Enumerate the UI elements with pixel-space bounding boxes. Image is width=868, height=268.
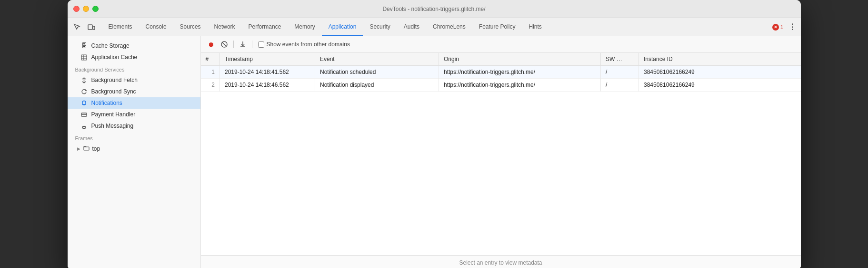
content-area: ⏺ [201, 36, 801, 268]
tab-hints[interactable]: Hints [522, 18, 549, 36]
cell-num: 1 [201, 66, 220, 79]
toolbar: ⏺ [201, 36, 801, 53]
svg-line-13 [222, 42, 226, 47]
cell-sw: / [601, 66, 639, 79]
table-row[interactable]: 22019-10-24 14:18:46.562Notification dis… [201, 79, 801, 92]
sidebar: 🗄 Cache Storage Application Cache [68, 36, 201, 268]
error-dot: ✕ [772, 24, 779, 31]
close-button[interactable] [73, 6, 80, 12]
sidebar-item-frames-top[interactable]: ▶ top [68, 143, 200, 155]
device-toggle-button[interactable] [85, 21, 98, 34]
background-services-header: Background Services [68, 63, 200, 74]
table-row[interactable]: 12019-10-24 14:18:41.562Notification sch… [201, 66, 801, 79]
tab-memory[interactable]: Memory [288, 18, 321, 36]
sidebar-item-background-sync[interactable]: Background Sync [68, 86, 200, 97]
tab-bar: Elements Console Sources Network Perform… [68, 18, 801, 36]
push-messaging-icon [81, 123, 88, 129]
cell-origin: https://notification-triggers.glitch.me/ [439, 66, 601, 79]
devtools-container: Elements Console Sources Network Perform… [68, 18, 801, 268]
application-cache-icon [81, 54, 88, 61]
tab-audits[interactable]: Audits [397, 18, 426, 36]
toolbar-separator-1 [233, 41, 234, 48]
tab-network[interactable]: Network [208, 18, 242, 36]
sidebar-item-background-fetch[interactable]: Background Fetch [68, 74, 200, 86]
maximize-button[interactable] [92, 6, 99, 12]
cell-instance: 3845081062166249 [639, 79, 801, 92]
frames-folder-icon [83, 145, 90, 152]
svg-rect-11 [84, 147, 89, 150]
tab-chromelens[interactable]: ChromeLens [426, 18, 472, 36]
notifications-icon [81, 100, 88, 106]
sidebar-item-cache-storage[interactable]: 🗄 Cache Storage [68, 40, 200, 52]
sidebar-item-push-messaging[interactable]: Push Messaging [68, 120, 200, 132]
col-header-origin: Origin [439, 53, 601, 66]
svg-rect-1 [93, 26, 95, 30]
status-bar: Select an entry to view metadata [201, 255, 801, 268]
background-sync-icon [81, 88, 88, 95]
traffic-lights [73, 6, 99, 12]
toolbar-separator-2 [252, 41, 252, 48]
col-header-instance: Instance ID [639, 53, 801, 66]
tab-elements[interactable]: Elements [102, 18, 139, 36]
show-events-label[interactable]: Show events from other domains [267, 41, 350, 48]
sidebar-item-application-cache[interactable]: Application Cache [68, 52, 200, 63]
tab-sources[interactable]: Sources [173, 18, 208, 36]
devtools-window: DevTools - notification-triggers.glitch.… [68, 0, 801, 268]
sidebar-item-notifications[interactable]: Notifications [68, 97, 200, 109]
cell-sw: / [601, 79, 639, 92]
frames-arrow-icon: ▶ [77, 146, 80, 151]
record-button[interactable]: ⏺ [206, 39, 216, 50]
show-events-checkbox-area: Show events from other domains [258, 41, 350, 48]
error-badge[interactable]: ✕ 1 [772, 24, 784, 31]
title-bar: DevTools - notification-triggers.glitch.… [68, 0, 801, 18]
tab-performance[interactable]: Performance [242, 18, 288, 36]
tab-security[interactable]: Security [363, 18, 397, 36]
window-title: DevTools - notification-triggers.glitch.… [382, 6, 485, 12]
table-header-row: # Timestamp Event Origin SW … Instance I… [201, 53, 801, 66]
notifications-table: # Timestamp Event Origin SW … Instance I… [201, 53, 801, 92]
cell-origin: https://notification-triggers.glitch.me/ [439, 79, 601, 92]
tab-console[interactable]: Console [139, 18, 173, 36]
col-header-timestamp: Timestamp [220, 53, 315, 66]
tab-application[interactable]: Application [322, 18, 363, 36]
cell-event: Notification scheduled [315, 66, 439, 79]
download-button[interactable] [238, 39, 248, 50]
cell-instance: 3845081062166249 [639, 66, 801, 79]
inspect-icon-button[interactable] [70, 21, 84, 34]
tab-bar-icons [70, 21, 98, 34]
minimize-button[interactable] [83, 6, 89, 12]
cache-storage-icon: 🗄 [81, 42, 88, 49]
cell-event: Notification displayed [315, 79, 439, 92]
more-options-button[interactable]: ⋮ [787, 21, 798, 33]
col-header-num: # [201, 53, 220, 66]
sidebar-item-payment-handler[interactable]: Payment Handler [68, 109, 200, 120]
block-button[interactable] [219, 39, 229, 50]
tab-feature-policy[interactable]: Feature Policy [472, 18, 522, 36]
status-text: Select an entry to view metadata [459, 259, 542, 266]
svg-rect-2 [81, 55, 87, 60]
cell-timestamp: 2019-10-24 14:18:46.562 [220, 79, 315, 92]
table-container: # Timestamp Event Origin SW … Instance I… [201, 53, 801, 255]
cell-timestamp: 2019-10-24 14:18:41.562 [220, 66, 315, 79]
svg-rect-0 [88, 25, 92, 30]
show-events-checkbox[interactable] [258, 41, 264, 48]
tab-bar-right: ✕ 1 ⋮ [772, 21, 798, 33]
col-header-event: Event [315, 53, 439, 66]
payment-handler-icon [81, 111, 88, 118]
main-area: 🗄 Cache Storage Application Cache [68, 36, 801, 268]
col-header-sw: SW … [601, 53, 639, 66]
frames-header: Frames [68, 132, 200, 143]
error-count: 1 [780, 24, 784, 31]
svg-point-10 [82, 126, 86, 128]
background-fetch-icon [81, 77, 88, 83]
cell-num: 2 [201, 79, 220, 92]
